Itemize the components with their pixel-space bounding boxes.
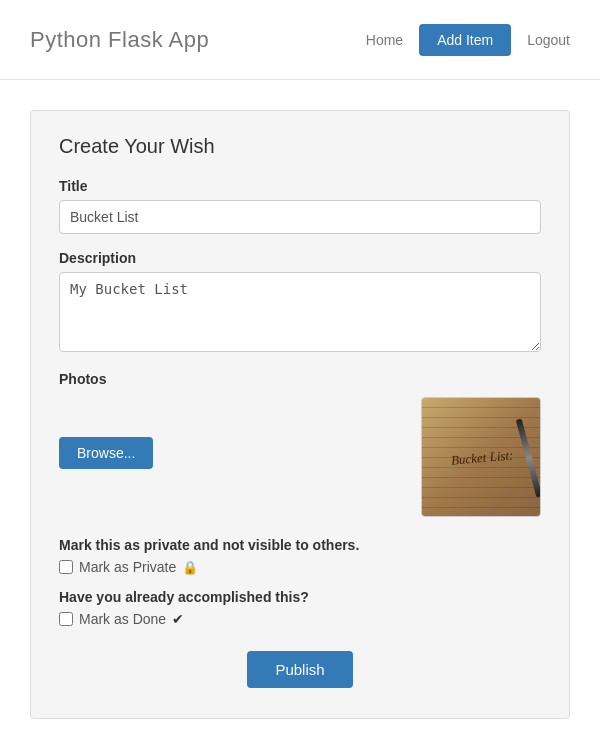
title-group: Title	[59, 178, 541, 234]
private-question: Mark this as private and not visible to …	[59, 537, 541, 553]
title-input[interactable]	[59, 200, 541, 234]
checkmark-icon: ✔	[172, 611, 184, 627]
photos-label: Photos	[59, 371, 541, 387]
main-container: Create Your Wish Title Description My Bu…	[0, 80, 600, 739]
photos-row: Browse... Bucket List:	[59, 397, 541, 517]
done-checkbox[interactable]	[59, 612, 73, 626]
photo-preview: Bucket List:	[421, 397, 541, 517]
title-label: Title	[59, 178, 541, 194]
done-checkbox-row: Mark as Done ✔	[59, 611, 541, 627]
pen-decoration	[516, 419, 541, 498]
navbar-right: Home Add Item Logout	[366, 24, 570, 56]
lock-icon: 🔒	[182, 560, 198, 575]
done-label: Mark as Done	[79, 611, 166, 627]
logout-link[interactable]: Logout	[527, 32, 570, 48]
card-title: Create Your Wish	[59, 135, 541, 158]
done-section: Have you already accomplished this? Mark…	[59, 589, 541, 627]
description-label: Description	[59, 250, 541, 266]
navbar: Python Flask App Home Add Item Logout	[0, 0, 600, 80]
add-item-button[interactable]: Add Item	[419, 24, 511, 56]
create-wish-card: Create Your Wish Title Description My Bu…	[30, 110, 570, 719]
private-checkbox-row: Mark as Private 🔒	[59, 559, 541, 575]
browse-button[interactable]: Browse...	[59, 437, 153, 469]
done-question: Have you already accomplished this?	[59, 589, 541, 605]
app-brand: Python Flask App	[30, 27, 209, 53]
private-label: Mark as Private	[79, 559, 176, 575]
private-checkbox[interactable]	[59, 560, 73, 574]
private-section: Mark this as private and not visible to …	[59, 537, 541, 575]
description-group: Description My Bucket List	[59, 250, 541, 355]
photos-section: Photos Browse... Bucket List:	[59, 371, 541, 517]
home-link[interactable]: Home	[366, 32, 403, 48]
publish-button[interactable]: Publish	[247, 651, 352, 688]
publish-section: Publish	[59, 651, 541, 688]
description-textarea[interactable]: My Bucket List	[59, 272, 541, 352]
bucket-image-text: Bucket List:	[450, 446, 514, 470]
bucket-image: Bucket List:	[422, 398, 541, 517]
